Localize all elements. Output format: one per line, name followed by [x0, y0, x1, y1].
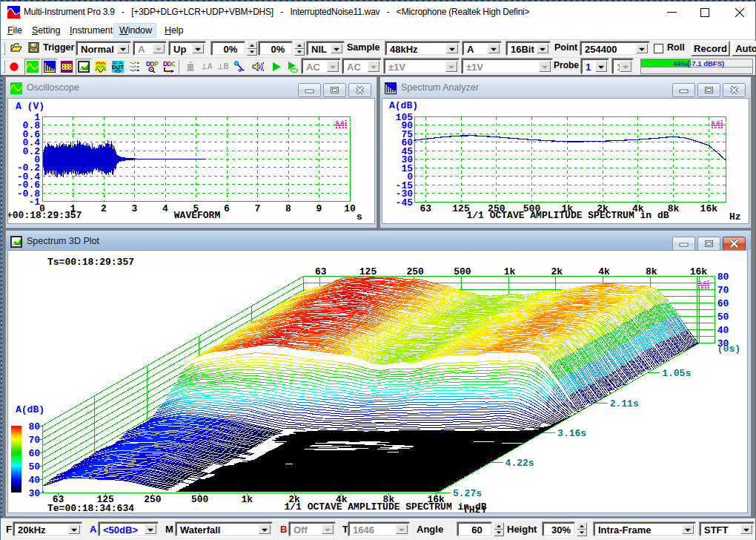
svg-text:70: 70 — [717, 285, 729, 296]
svg-text:50: 50 — [28, 461, 40, 472]
svg-text:80: 80 — [28, 421, 40, 432]
svg-text:8k: 8k — [646, 266, 657, 277]
svg-text:6: 6 — [224, 203, 230, 214]
svg-text:250: 250 — [406, 266, 424, 277]
svg-text:2: 2 — [101, 203, 107, 214]
svg-text:40: 40 — [28, 475, 40, 486]
svg-text:1/1 OCTAVE AMPLITUDE SPECTRUM: 1/1 OCTAVE AMPLITUDE SPECTRUM in dB — [466, 210, 669, 221]
svg-text:63: 63 — [420, 203, 431, 214]
svg-text:50: 50 — [717, 312, 729, 323]
svg-text:-45: -45 — [396, 197, 414, 208]
svg-text:8k: 8k — [668, 203, 680, 214]
svg-text:1k: 1k — [241, 494, 253, 505]
svg-text:8: 8 — [285, 203, 291, 214]
svg-text:500: 500 — [191, 494, 209, 505]
svg-text:Hz: Hz — [729, 211, 741, 223]
svg-text:⊥B: ⊥B — [217, 62, 228, 70]
svg-text:DUT: DUT — [112, 64, 124, 70]
svg-text:7: 7 — [255, 203, 261, 214]
svg-text:4: 4 — [162, 203, 168, 214]
svg-text:16k: 16k — [700, 203, 718, 214]
svg-text:125: 125 — [359, 266, 377, 277]
svg-text:2k: 2k — [551, 266, 563, 277]
svg-text:70: 70 — [28, 435, 40, 446]
svg-text:888: 888 — [62, 62, 72, 71]
svg-text:2.11s: 2.11s — [610, 398, 639, 409]
svg-text:3: 3 — [132, 203, 138, 214]
svg-text:1k: 1k — [504, 266, 516, 277]
svg-text:P: P — [154, 61, 158, 68]
svg-text:80: 80 — [717, 271, 729, 283]
svg-text:16k: 16k — [690, 266, 708, 277]
svg-text:5.27s: 5.27s — [453, 488, 482, 499]
svg-text:63: 63 — [315, 266, 327, 277]
svg-text:s: s — [357, 211, 362, 223]
svg-text:40: 40 — [717, 325, 729, 336]
svg-text:1/1 OCTAVE AMPLITUDE SPECTRUM: 1/1 OCTAVE AMPLITUDE SPECTRUM in dB — [284, 501, 486, 513]
svg-text:60: 60 — [28, 448, 40, 459]
svg-text:9: 9 — [316, 203, 322, 214]
svg-text:3.16s: 3.16s — [557, 428, 586, 439]
svg-text:1.05s: 1.05s — [662, 368, 691, 379]
svg-text:A(dB): A(dB) — [389, 100, 418, 111]
svg-text:500: 500 — [454, 266, 471, 277]
svg-text:Ts=00:18:29:357: Ts=00:18:29:357 — [47, 257, 134, 268]
svg-text:250: 250 — [144, 494, 162, 505]
svg-text:+00:18:29:357: +00:18:29:357 — [8, 210, 82, 221]
svg-text:10: 10 — [344, 203, 356, 214]
svg-text:4k: 4k — [598, 266, 610, 277]
svg-text:60: 60 — [717, 298, 729, 309]
svg-text:4.22s: 4.22s — [505, 458, 534, 469]
svg-text:⊥A: ⊥A — [201, 62, 212, 70]
svg-text:30: 30 — [28, 488, 40, 499]
svg-text:C: C — [171, 61, 175, 68]
svg-text:(0s): (0s) — [717, 343, 740, 355]
svg-text:Te=00:18:34:634: Te=00:18:34:634 — [47, 503, 134, 513]
svg-text:-1: -1 — [28, 197, 40, 208]
svg-text:WAVEFORM: WAVEFORM — [174, 210, 221, 221]
svg-text:A(dB): A(dB) — [16, 404, 44, 415]
svg-text:(Hz): (Hz) — [463, 504, 486, 513]
svg-text:A (V): A (V) — [16, 101, 44, 112]
